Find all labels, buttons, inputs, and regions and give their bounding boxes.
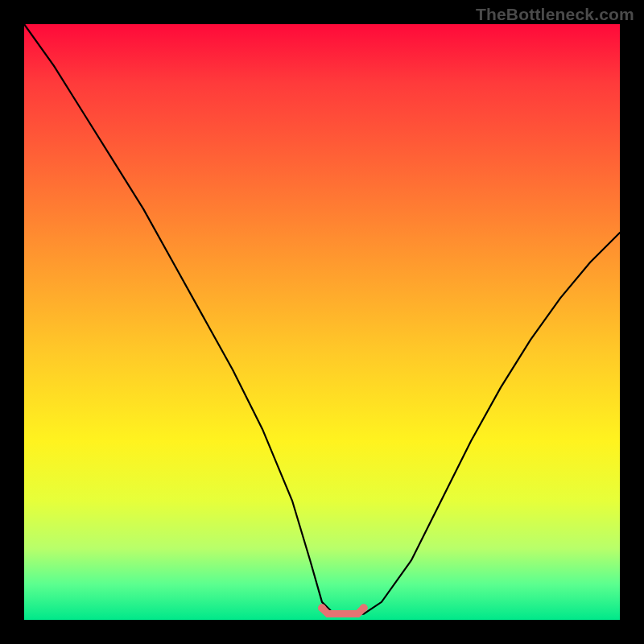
- trough-marker-dot-left: [318, 604, 326, 612]
- curve-svg: [24, 24, 620, 620]
- trough-marker-dot-right: [360, 604, 368, 612]
- plot-area: [24, 24, 620, 620]
- watermark-text: TheBottleneck.com: [476, 5, 634, 24]
- bottleneck-curve: [24, 24, 620, 614]
- chart-frame: TheBottleneck.com: [0, 0, 644, 644]
